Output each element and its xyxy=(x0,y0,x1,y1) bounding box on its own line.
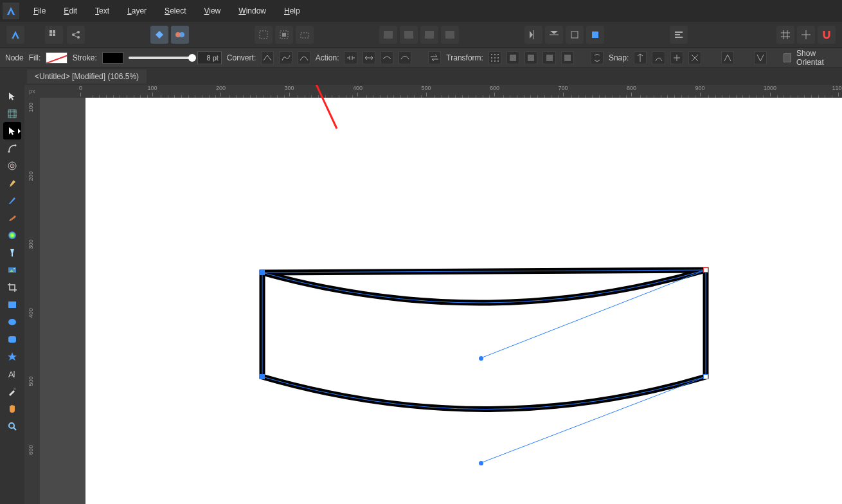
snap-5-button[interactable] xyxy=(721,51,734,64)
menu-help[interactable]: Help xyxy=(275,3,309,19)
stroke-swatch[interactable] xyxy=(102,52,123,64)
flip-v-button[interactable] xyxy=(545,26,563,44)
action-reverse-button[interactable] xyxy=(428,51,441,64)
snap-1-button[interactable] xyxy=(634,51,647,64)
snap-3-button[interactable] xyxy=(670,51,683,64)
bezier-handle-2[interactable] xyxy=(479,461,483,465)
snap-2-button[interactable] xyxy=(652,51,665,64)
menu-layer[interactable]: Layer xyxy=(118,3,156,19)
menu-edit[interactable]: Edit xyxy=(55,3,86,19)
share-button[interactable] xyxy=(67,26,85,44)
rotate-cw-button[interactable] xyxy=(586,26,604,44)
svg-point-56 xyxy=(13,388,16,390)
transform-separate-button[interactable] xyxy=(591,51,604,64)
context-toolbar: Node Fill: Stroke: 8 pt Convert: Action:… xyxy=(0,48,842,68)
image-tool[interactable] xyxy=(3,261,21,278)
transform-label: Transform: xyxy=(446,53,483,62)
rotate-ccw-button[interactable] xyxy=(566,26,584,44)
pen-tool[interactable] xyxy=(3,174,21,192)
svg-point-28 xyxy=(494,54,496,55)
menu-view[interactable]: View xyxy=(195,3,229,19)
corner-tool[interactable] xyxy=(3,140,21,157)
pencil-tool[interactable] xyxy=(3,192,21,209)
glass-tool[interactable] xyxy=(3,244,21,261)
transform-move-button[interactable] xyxy=(488,51,501,64)
snap-grid-button[interactable] xyxy=(776,26,794,44)
arrange-button-2[interactable] xyxy=(400,26,418,44)
tool-label: Node xyxy=(5,53,24,62)
arrange-button-4[interactable] xyxy=(441,26,459,44)
workspace: A px 01002003004005006007008009001000110… xyxy=(0,85,842,504)
arrange-button-1[interactable] xyxy=(379,26,397,44)
action-close-button[interactable] xyxy=(363,51,375,64)
transform-2-button[interactable] xyxy=(506,51,519,64)
canvas[interactable] xyxy=(85,98,842,504)
hand-tool[interactable] xyxy=(3,400,21,417)
app-logo-button[interactable] xyxy=(6,26,24,44)
node-bottom-left[interactable] xyxy=(260,374,265,379)
convert-smart-button[interactable] xyxy=(298,51,310,64)
snap-guides-button[interactable] xyxy=(797,26,815,44)
crop-tool[interactable] xyxy=(3,278,21,296)
snap-4-button[interactable] xyxy=(688,51,701,64)
rectangle-tool[interactable] xyxy=(3,296,21,313)
menu-file[interactable]: File xyxy=(24,3,55,19)
action-join-button[interactable] xyxy=(399,51,411,64)
star-tool[interactable] xyxy=(3,348,21,365)
svg-marker-18 xyxy=(550,31,558,34)
menu-text[interactable]: Text xyxy=(86,3,118,19)
ellipse-tool[interactable] xyxy=(3,313,21,330)
grid-button[interactable] xyxy=(45,26,63,44)
fill-swatch[interactable] xyxy=(46,52,67,64)
svg-rect-2 xyxy=(49,33,52,36)
flip-h-button[interactable] xyxy=(524,26,542,44)
ruler-vertical: 100200300400500600 xyxy=(24,98,40,504)
show-orientation-checkbox[interactable] xyxy=(784,53,791,62)
convert-sharp-button[interactable] xyxy=(261,51,274,64)
persona-designer-button[interactable] xyxy=(150,26,168,44)
color-wheel-tool[interactable] xyxy=(3,226,21,244)
rounded-rect-tool[interactable] xyxy=(3,330,21,348)
brush-tool[interactable] xyxy=(3,209,21,226)
svg-point-49 xyxy=(13,268,15,269)
transform-3-button[interactable] xyxy=(524,51,537,64)
document-tab[interactable]: <Untitled> [Modified] (106.5%) xyxy=(27,69,147,84)
bezier-handle-1[interactable] xyxy=(479,356,483,361)
convert-smooth-button[interactable] xyxy=(279,51,292,64)
ruler-horizontal: 010020030040050060070080090010001100 xyxy=(40,85,842,98)
zoom-tool[interactable] xyxy=(3,417,21,435)
target-tool[interactable] xyxy=(3,157,21,174)
transform-4-button[interactable] xyxy=(542,51,555,64)
text-tool[interactable]: A xyxy=(3,365,21,382)
persona-pixel-button[interactable] xyxy=(171,26,189,44)
select-all-button[interactable] xyxy=(255,26,273,44)
node-top-right-selected[interactable] xyxy=(703,267,708,273)
select-visible-button[interactable] xyxy=(275,26,293,44)
select-transform-button[interactable] xyxy=(296,26,314,44)
snap-magnet-button[interactable] xyxy=(818,26,836,44)
show-orientation-label: Show Orientat xyxy=(796,49,837,67)
menu-select[interactable]: Select xyxy=(156,3,195,19)
align-button[interactable] xyxy=(670,26,688,44)
menu-window[interactable]: Window xyxy=(229,3,275,19)
svg-point-51 xyxy=(8,319,16,325)
action-smooth-button[interactable] xyxy=(381,51,393,64)
node-tool[interactable] xyxy=(3,122,21,140)
node-top-left[interactable] xyxy=(260,270,265,275)
svg-line-58 xyxy=(13,428,16,430)
svg-rect-12 xyxy=(260,31,267,39)
stroke-width-field[interactable]: 8 pt xyxy=(197,51,221,64)
menubar: FileEditTextLayerSelectViewWindowHelp xyxy=(0,0,842,22)
artboard-tool[interactable] xyxy=(3,105,21,122)
svg-rect-1 xyxy=(53,30,55,33)
stroke-width-slider[interactable] xyxy=(129,57,192,59)
move-tool[interactable] xyxy=(3,87,21,105)
node-bottom-right[interactable] xyxy=(703,374,708,379)
canvas-area[interactable]: px 010020030040050060070080090010001100 … xyxy=(24,85,842,504)
snap-6-button[interactable] xyxy=(754,51,767,64)
arrange-button-3[interactable] xyxy=(420,26,438,44)
eyedropper-tool[interactable] xyxy=(3,382,21,400)
svg-point-46 xyxy=(8,231,16,239)
transform-5-button[interactable] xyxy=(561,51,574,64)
action-break-button[interactable] xyxy=(344,51,357,64)
